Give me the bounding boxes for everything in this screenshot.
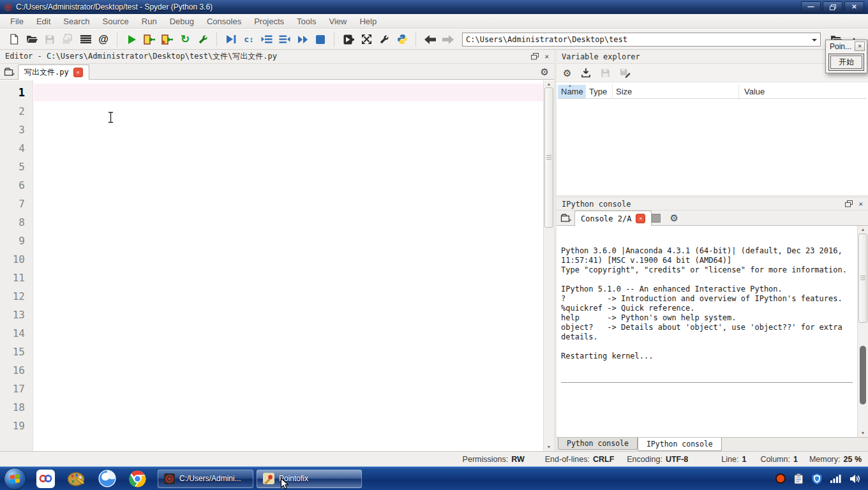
run-selection-icon[interactable]: [340, 31, 357, 48]
editor-scrollbar-thumb[interactable]: [544, 87, 553, 228]
menu-item-consoles[interactable]: Consoles: [200, 17, 248, 26]
editor-tab-close-icon[interactable]: ✕: [73, 68, 83, 77]
forward-icon[interactable]: [439, 31, 457, 48]
ibeam-cursor: [107, 112, 114, 123]
step-into-icon[interactable]: [258, 31, 276, 48]
console-scrollbar-dark-thumb[interactable]: [860, 346, 866, 405]
console-tab-close-icon[interactable]: ✕: [636, 214, 645, 223]
menu-item-edit[interactable]: Edit: [30, 17, 57, 26]
tab-ipython-console[interactable]: IPython console: [638, 438, 722, 451]
app-icon-remote-tool[interactable]: [35, 468, 56, 489]
maximize-pane-icon[interactable]: [357, 31, 375, 48]
network-signal-tray-icon[interactable]: [830, 474, 841, 483]
interrupt-kernel-icon[interactable]: [652, 214, 661, 223]
editor-scrollbar[interactable]: ▲ ▼: [543, 80, 554, 451]
start-button[interactable]: [4, 468, 26, 490]
clipboard-tray-icon[interactable]: [794, 473, 804, 484]
column-header-size[interactable]: Size: [613, 85, 739, 98]
browse-tabs-icon[interactable]: [4, 67, 15, 77]
console-line: help -> Python's own help system.: [561, 313, 857, 323]
save-data-icon[interactable]: [601, 68, 610, 78]
spyder-task-icon: [164, 473, 175, 484]
variable-explorer-header[interactable]: Variable explorer: [557, 50, 868, 64]
console-float-icon[interactable]: [845, 200, 853, 207]
console-options-icon[interactable]: ⚙: [670, 213, 678, 223]
security-shield-tray-icon[interactable]: [812, 473, 822, 484]
close-button[interactable]: ✕: [844, 1, 864, 13]
app-icon-browser[interactable]: [96, 468, 117, 489]
new-file-icon[interactable]: [5, 31, 23, 48]
editor-body[interactable]: 12345678910111213141516171819 ▲ ▼: [0, 80, 554, 451]
menu-item-view[interactable]: View: [322, 17, 353, 26]
editor-pane-header[interactable]: Editor - C:\Users\Administrator\Desktop\…: [0, 50, 554, 64]
recording-tray-icon[interactable]: [775, 473, 786, 484]
column-header-type[interactable]: Type: [586, 85, 613, 98]
menu-item-source[interactable]: Source: [96, 17, 135, 26]
minimize-button[interactable]: —: [801, 1, 821, 13]
popup-close-icon[interactable]: ✕: [855, 41, 865, 51]
console-body[interactable]: Python 3.6.0 |Anaconda 4.3.1 (64-bit)| (…: [557, 226, 868, 437]
menu-item-search[interactable]: Search: [57, 17, 96, 26]
console-pane-header[interactable]: IPython console ✕: [557, 198, 868, 211]
tab-python-console[interactable]: Python console: [558, 438, 638, 450]
task-button-pointofix[interactable]: Pointofix: [257, 470, 362, 488]
popup-start-button[interactable]: 开始: [828, 54, 864, 71]
line-number-7: 7: [0, 195, 33, 213]
editor-pane: Editor - C:\Users\Administrator\Desktop\…: [0, 50, 554, 451]
popup-title: Poin...: [830, 42, 851, 51]
find-symbols-icon[interactable]: @: [94, 31, 112, 48]
menu-item-file[interactable]: File: [4, 17, 30, 26]
editor-close-icon[interactable]: ✕: [544, 53, 549, 60]
code-area[interactable]: [34, 80, 544, 451]
restore-button[interactable]: [823, 1, 842, 13]
app-icon-chrome[interactable]: [127, 468, 148, 489]
python-logo-icon[interactable]: [393, 31, 411, 48]
menu-item-tools[interactable]: Tools: [290, 17, 322, 26]
console-scroll-down-icon[interactable]: ▼: [858, 431, 868, 436]
import-data-icon[interactable]: [581, 68, 591, 78]
line-number-10: 10: [0, 250, 33, 269]
app-icon-paint-tool[interactable]: [66, 468, 87, 489]
menu-item-projects[interactable]: Projects: [248, 17, 290, 26]
console-tab[interactable]: Console 2/A ✕: [574, 211, 652, 226]
console-scrollbar-thumb[interactable]: [858, 234, 867, 323]
stop-debug-icon[interactable]: [311, 31, 329, 48]
task-button-spyder[interactable]: C:/Users/Admini...: [158, 470, 253, 488]
run-file-icon[interactable]: [123, 31, 140, 48]
editor-tab[interactable]: 写出文件.py ✕: [18, 64, 89, 80]
file-switcher-icon[interactable]: [77, 31, 94, 48]
editor-options-icon[interactable]: ⚙: [541, 67, 549, 77]
console-text[interactable]: Python 3.6.0 |Anaconda 4.3.1 (64-bit)| (…: [561, 227, 857, 437]
column-header-name[interactable]: ▲ Name: [558, 85, 586, 98]
open-file-icon[interactable]: [23, 31, 41, 48]
console-line: Type "copyright", "credits" or "license"…: [561, 265, 857, 275]
run-cell-icon[interactable]: [140, 31, 158, 48]
address-dropdown-icon[interactable]: [812, 39, 817, 44]
continue-icon[interactable]: [294, 31, 311, 48]
run-cell-advance-icon[interactable]: [158, 31, 176, 48]
save-all-icon[interactable]: [59, 31, 77, 48]
menu-item-debug[interactable]: Debug: [163, 17, 200, 26]
console-scroll-up-icon[interactable]: ▲: [858, 227, 868, 232]
scroll-down-icon[interactable]: ▼: [544, 445, 554, 450]
rerun-icon[interactable]: ↻: [176, 31, 194, 48]
save-icon[interactable]: [41, 31, 59, 48]
configure-run-icon[interactable]: [194, 31, 212, 48]
address-bar[interactable]: C:\Users\Administrator\Desktop\test: [462, 33, 821, 47]
scroll-up-icon[interactable]: ▲: [544, 82, 554, 87]
tools-icon[interactable]: [375, 31, 393, 48]
save-data-as-icon[interactable]: [620, 68, 631, 78]
editor-float-icon[interactable]: [531, 53, 539, 60]
run-current-line-icon[interactable]: c:: [240, 31, 258, 48]
debug-file-icon[interactable]: [222, 31, 240, 48]
back-icon[interactable]: [421, 31, 439, 48]
console-close-icon[interactable]: ✕: [858, 200, 863, 207]
menu-item-run[interactable]: Run: [135, 17, 163, 26]
menu-item-help[interactable]: Help: [353, 17, 383, 26]
ve-options-icon[interactable]: ⚙: [563, 68, 571, 78]
console-scrollbar[interactable]: ▲ ▼: [857, 226, 868, 437]
step-return-icon[interactable]: [276, 31, 294, 48]
console-browse-tabs-icon[interactable]: [560, 213, 572, 223]
volume-tray-icon[interactable]: [849, 474, 860, 484]
column-header-value[interactable]: Value: [739, 85, 867, 98]
